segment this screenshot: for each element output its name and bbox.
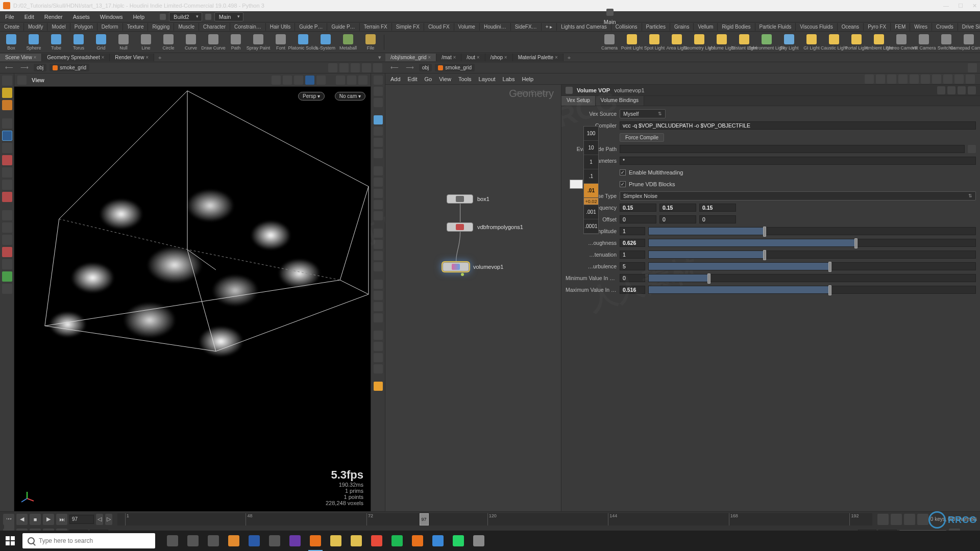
view-camera[interactable]: No cam ▾ [335, 92, 365, 101]
path-btn-3[interactable] [351, 63, 360, 72]
nm-btn-9[interactable] [954, 74, 964, 84]
left-pane-menu[interactable]: ▾ [374, 53, 385, 62]
node-vdbfrompolygons1[interactable]: vdbfrompolygons1 [447, 222, 523, 232]
taskbar-app[interactable] [346, 531, 366, 551]
shelf-tab[interactable]: Cloud FX [424, 23, 454, 31]
taskbar-app[interactable] [366, 531, 387, 551]
viewport-canvas[interactable]: Persp ▾ No cam ▾ 5.3fps 190.32ms 1 prims… [14, 87, 371, 511]
force-compile-button[interactable]: Force Compile [620, 133, 664, 142]
tool-volume-light[interactable]: Volume Light [710, 34, 733, 51]
off-x[interactable]: 0 [620, 215, 656, 223]
shelf-tab[interactable]: Create [0, 23, 24, 31]
start-button[interactable] [0, 531, 20, 551]
rpath-fwd[interactable]: ⟶ [404, 64, 416, 71]
tool-l-system[interactable]: L-System [314, 34, 337, 51]
taskbar-app[interactable] [428, 531, 448, 551]
netmenu-layout[interactable]: Layout [479, 76, 496, 82]
vr-12[interactable] [374, 211, 383, 220]
taskbar-app[interactable] [183, 531, 203, 551]
vt-f[interactable] [2, 271, 12, 282]
off-z[interactable]: 0 [699, 215, 736, 223]
rpath-back[interactable]: ⟵ [388, 64, 401, 71]
vr-19[interactable] [374, 302, 383, 311]
vt-d[interactable] [2, 247, 12, 257]
vt-x[interactable] [2, 167, 12, 178]
vr-20[interactable] [374, 313, 383, 322]
menu-render[interactable]: Render [39, 14, 68, 20]
rough-field[interactable]: 0.626 [620, 239, 645, 247]
vp-btn-2[interactable] [283, 76, 292, 85]
shelf-tab[interactable]: Grains [670, 23, 694, 31]
shelf-tab[interactable]: Crowds [932, 23, 958, 31]
tl-prev[interactable]: ◀ [16, 514, 28, 525]
tool-sphere[interactable]: Sphere [22, 34, 45, 51]
nm-btn-7[interactable] [932, 74, 941, 84]
taskbar-app[interactable] [224, 531, 244, 551]
path-back[interactable]: ⟵ [3, 64, 15, 71]
desktop-selector-main[interactable]: Main [214, 12, 244, 21]
nm-btn-5[interactable] [910, 74, 919, 84]
tl-a[interactable]: ◁ [96, 514, 103, 525]
vr-13[interactable] [374, 229, 383, 238]
taskbar-app[interactable] [326, 531, 346, 551]
vt-pointer[interactable] [2, 143, 12, 153]
shelf-tab[interactable]: Model [47, 23, 70, 31]
pane-tab[interactable]: Render View [110, 54, 154, 61]
taskbar-app[interactable] [244, 531, 264, 551]
vt-magnet[interactable] [2, 192, 12, 202]
nodepath-browse[interactable] [968, 145, 976, 153]
netmenu-tools[interactable]: Tools [458, 76, 472, 82]
noise-type-select[interactable]: Simplex Noise [620, 191, 976, 201]
tl-cursor[interactable]: 97 [420, 513, 429, 525]
taskbar-app[interactable] [203, 531, 224, 551]
vp-btn-8[interactable] [358, 76, 368, 85]
taskbar-app[interactable] [162, 531, 183, 551]
maxval-field[interactable]: 0.516 [620, 286, 645, 294]
rough-slider[interactable] [648, 239, 976, 247]
tl-realtime[interactable] [891, 514, 902, 525]
shelf-tab[interactable]: Rigid Bodies [718, 23, 755, 31]
tool-metaball[interactable]: Metaball [337, 34, 359, 51]
vr-22[interactable] [374, 342, 383, 351]
desktop-selector-build[interactable]: Build2 [169, 12, 202, 21]
taskbar-app[interactable] [264, 531, 285, 551]
turb-slider[interactable] [648, 262, 976, 270]
vr-16[interactable] [374, 262, 383, 271]
taskbar-app[interactable] [305, 531, 326, 551]
tool-path[interactable]: Path [225, 34, 247, 51]
tool-line[interactable]: Line [135, 34, 157, 51]
menu-help[interactable]: Help [128, 14, 150, 20]
vr-7[interactable] [374, 149, 383, 158]
taskbar-app[interactable] [407, 531, 428, 551]
shelf-tab[interactable]: Terrain FX [360, 23, 392, 31]
multithread-checkbox[interactable] [620, 169, 626, 176]
menu-windows[interactable]: Windows [95, 14, 128, 20]
menu-edit[interactable]: Edit [19, 14, 39, 20]
tool-null[interactable]: Null [112, 34, 135, 51]
tool-geometry-light[interactable]: Geometry Light [688, 34, 710, 51]
vt-mat[interactable] [2, 100, 12, 110]
shelf-tab[interactable]: Drive Simulation [958, 23, 980, 31]
vt-arrow[interactable] [2, 118, 12, 129]
shelf-tab[interactable]: Polygon [70, 23, 97, 31]
tool-gi-light[interactable]: GI Light [800, 34, 823, 51]
vp-btn-4[interactable] [305, 76, 314, 85]
pane-tab[interactable]: /out [461, 54, 485, 61]
left-corner-tool[interactable] [4, 519, 14, 530]
nm-btn-6[interactable] [921, 74, 930, 84]
rpath-seg-obj[interactable]: obj [419, 64, 432, 71]
right-tab-add[interactable]: + [564, 54, 575, 62]
vt-light[interactable] [2, 88, 12, 98]
shelf-tab[interactable]: Texture [123, 23, 149, 31]
vt-e[interactable] [2, 259, 12, 269]
shelf-tab[interactable]: Constrain… [230, 23, 266, 31]
nm-btn-10[interactable] [966, 74, 975, 84]
shelf-tab[interactable]: Lights and Cameras [557, 23, 611, 31]
vr-10[interactable] [374, 189, 383, 198]
shelf-tab[interactable]: Particles [642, 23, 670, 31]
vt-lock[interactable] [2, 131, 12, 141]
path-seg-geo[interactable]: smoke_grid [50, 64, 89, 71]
tool-portal-light[interactable]: Portal Light [845, 34, 868, 51]
path-btn-5[interactable] [373, 63, 382, 72]
vr-4[interactable] [374, 115, 383, 124]
